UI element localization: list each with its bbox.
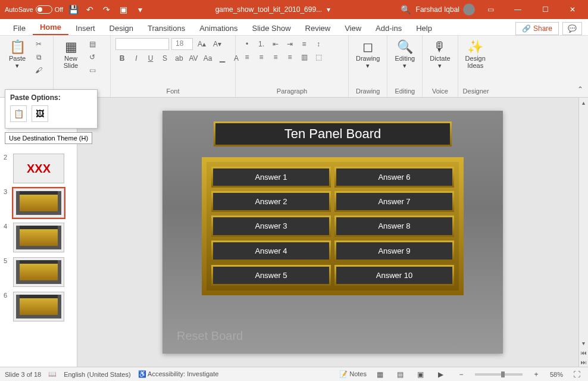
format-painter-icon[interactable]: 🖌 xyxy=(32,64,45,76)
paste-button[interactable]: 📋 Paste ▾ xyxy=(5,38,30,71)
zoom-slider[interactable] xyxy=(475,373,523,376)
minimize-button[interactable]: — xyxy=(506,0,530,19)
highlight-button[interactable]: ▁ xyxy=(215,52,229,64)
align-right-icon[interactable]: ≡ xyxy=(269,51,282,63)
slide-thumbnail-2[interactable]: XXX xyxy=(13,154,64,183)
collapse-ribbon-icon[interactable]: ⌃ xyxy=(577,85,583,93)
case-button[interactable]: Aa xyxy=(201,52,214,64)
layout-icon[interactable]: ▤ xyxy=(86,38,99,50)
align-left-icon[interactable]: ≡ xyxy=(240,51,254,63)
slide-canvas[interactable]: Ten Panel Board Answer 1 Answer 6 Answer… xyxy=(77,98,588,367)
autosave-toggle[interactable]: AutoSave Off xyxy=(5,5,63,14)
comments-button[interactable]: 💬 xyxy=(562,22,582,35)
fit-to-window-icon[interactable]: ⛶ xyxy=(570,369,583,380)
reset-icon[interactable]: ↺ xyxy=(86,51,99,63)
ribbon-mode-icon[interactable]: ▭ xyxy=(478,0,502,19)
shadow-button[interactable]: ab xyxy=(173,52,186,64)
spacing-button[interactable]: AV xyxy=(187,52,200,64)
normal-view-icon[interactable]: ▦ xyxy=(374,369,387,380)
italic-button[interactable]: I xyxy=(130,52,143,64)
answer-panel-9[interactable]: Answer 9 xyxy=(334,241,454,261)
editing-button[interactable]: 🔍Editing▾ xyxy=(392,38,417,71)
drawing-button[interactable]: ◻Drawing▾ xyxy=(354,38,382,71)
slide-counter[interactable]: Slide 3 of 18 xyxy=(5,371,41,378)
accessibility-status[interactable]: ♿ Accessibility: Investigate xyxy=(138,370,219,378)
columns-icon[interactable]: ▥ xyxy=(298,51,311,63)
tab-view[interactable]: View xyxy=(337,21,368,35)
answer-panel-2[interactable]: Answer 2 xyxy=(211,191,331,212)
search-icon[interactable]: 🔍 xyxy=(399,3,412,16)
slide-title-frame[interactable]: Ten Panel Board xyxy=(214,121,452,146)
zoom-in-icon[interactable]: + xyxy=(530,369,543,380)
justify-icon[interactable]: ≡ xyxy=(283,51,296,63)
reading-view-icon[interactable]: ▣ xyxy=(414,369,427,380)
next-slide-icon[interactable]: ⏭ xyxy=(579,357,588,367)
new-slide-button[interactable]: ▦ New Slide xyxy=(58,38,83,70)
paste-use-destination-theme[interactable]: 📋 xyxy=(10,105,27,122)
reset-board-button[interactable]: Reset Board xyxy=(177,329,243,343)
tab-addins[interactable]: Add-ins xyxy=(368,21,409,35)
underline-button[interactable]: U xyxy=(144,52,157,64)
indent-dec-icon[interactable]: ⇤ xyxy=(269,38,282,50)
notes-button[interactable]: 📝 Notes xyxy=(339,370,367,378)
maximize-button[interactable]: ☐ xyxy=(533,0,557,19)
save-icon[interactable]: 💾 xyxy=(67,3,80,16)
qat-more-icon[interactable]: ▾ xyxy=(133,3,146,16)
answer-panel-1[interactable]: Answer 1 xyxy=(211,167,331,188)
bullets-icon[interactable]: • xyxy=(240,38,254,50)
answer-panel-5[interactable]: Answer 5 xyxy=(211,265,331,286)
spellcheck-icon[interactable]: 📖 xyxy=(48,370,57,378)
slide-thumbnail-5[interactable] xyxy=(13,257,64,287)
tab-slideshow[interactable]: Slide Show xyxy=(245,21,298,35)
font-name-select[interactable] xyxy=(115,38,169,50)
align-center-icon[interactable]: ≡ xyxy=(255,51,268,63)
tab-transitions[interactable]: Transitions xyxy=(140,21,192,35)
tab-home[interactable]: Home xyxy=(33,20,68,35)
slide-thumbnail-4[interactable] xyxy=(13,223,64,252)
language-status[interactable]: English (United States) xyxy=(64,371,131,378)
line-spacing-icon[interactable]: ≡ xyxy=(298,38,311,50)
share-button[interactable]: 🔗 Share xyxy=(515,22,559,35)
bold-button[interactable]: B xyxy=(115,52,129,64)
answer-panel-6[interactable]: Answer 6 xyxy=(334,167,454,188)
text-direction-icon[interactable]: ↕ xyxy=(312,38,325,50)
numbering-icon[interactable]: 1. xyxy=(255,38,268,50)
answer-panel-10[interactable]: Answer 10 xyxy=(334,265,454,286)
font-size-select[interactable]: 18 xyxy=(171,38,193,50)
tab-animations[interactable]: Animations xyxy=(192,21,245,35)
cut-icon[interactable]: ✂ xyxy=(32,38,45,50)
scroll-up-icon[interactable]: ▴ xyxy=(579,98,588,107)
increase-font-icon[interactable]: A▴ xyxy=(195,38,208,50)
zoom-level[interactable]: 58% xyxy=(550,371,563,378)
prev-slide-icon[interactable]: ⏮ xyxy=(579,348,588,357)
answer-panel-3[interactable]: Answer 3 xyxy=(211,216,331,236)
copy-icon[interactable]: ⧉ xyxy=(32,51,45,63)
design-ideas-button[interactable]: ✨Design Ideas xyxy=(463,38,488,70)
slideshow-view-icon[interactable]: ▶ xyxy=(434,369,448,380)
vertical-scrollbar[interactable]: ▴ ▾ ⏮ ⏭ xyxy=(578,98,588,367)
section-icon[interactable]: ▭ xyxy=(86,64,99,76)
slide-thumbnail-6[interactable] xyxy=(13,292,64,321)
strike-button[interactable]: S xyxy=(158,52,171,64)
close-button[interactable]: ✕ xyxy=(561,0,584,19)
smartart-icon[interactable]: ⬚ xyxy=(312,51,325,63)
dictate-button[interactable]: 🎙Dictate▾ xyxy=(427,38,452,71)
zoom-out-icon[interactable]: − xyxy=(455,369,468,380)
tab-help[interactable]: Help xyxy=(409,21,439,35)
undo-icon[interactable]: ↶ xyxy=(83,3,96,16)
sorter-view-icon[interactable]: ▤ xyxy=(394,369,407,380)
tab-design[interactable]: Design xyxy=(102,21,140,35)
slide-thumbnail-3[interactable] xyxy=(13,188,64,218)
redo-icon[interactable]: ↷ xyxy=(100,3,113,16)
answer-panel-8[interactable]: Answer 8 xyxy=(334,216,454,236)
title-dropdown-icon[interactable]: ▾ xyxy=(327,5,330,14)
scroll-down-icon[interactable]: ▾ xyxy=(579,338,588,348)
avatar[interactable] xyxy=(463,4,475,15)
paste-as-picture[interactable]: 🖼 xyxy=(32,105,48,122)
tab-file[interactable]: File xyxy=(6,21,33,35)
tab-review[interactable]: Review xyxy=(298,21,338,35)
answer-panel-4[interactable]: Answer 4 xyxy=(211,241,331,261)
tab-insert[interactable]: Insert xyxy=(68,21,102,35)
decrease-font-icon[interactable]: A▾ xyxy=(211,38,224,50)
present-icon[interactable]: ▣ xyxy=(117,3,130,16)
